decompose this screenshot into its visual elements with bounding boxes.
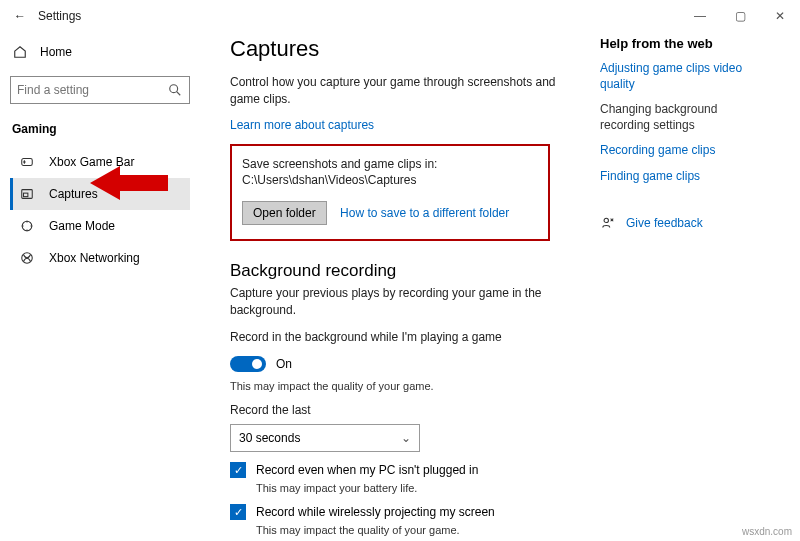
svg-point-0 (170, 85, 178, 93)
page-title: Captures (230, 36, 570, 62)
chevron-down-icon: ⌄ (401, 431, 411, 445)
record-last-value: 30 seconds (239, 431, 300, 445)
different-folder-link[interactable]: How to save to a different folder (340, 206, 509, 220)
checkbox-wireless-project-label: Record while wirelessly projecting my sc… (256, 505, 495, 519)
window-title: Settings (38, 9, 81, 23)
svg-point-9 (604, 218, 608, 222)
window-controls: — ▢ ✕ (680, 0, 800, 32)
svg-rect-6 (24, 193, 28, 197)
cb2-sub: This may impact the quality of your game… (256, 524, 570, 536)
svg-point-7 (22, 221, 32, 231)
bg-recording-heading: Background recording (230, 261, 570, 281)
give-feedback-link[interactable]: Give feedback (600, 215, 770, 231)
feedback-label: Give feedback (626, 216, 703, 230)
bg-recording-sub: Capture your previous plays by recording… (230, 285, 570, 319)
sidebar-item-game-mode[interactable]: Game Mode (10, 210, 190, 242)
search-box[interactable] (10, 76, 190, 104)
bg-toggle-label: Record in the background while I'm playi… (230, 329, 570, 346)
impact-text-1: This may impact the quality of your game… (230, 380, 570, 392)
xbox-icon (19, 250, 35, 266)
watermark: wsxdn.com (742, 526, 792, 537)
sidebar-item-label: Xbox Networking (49, 251, 140, 265)
sidebar-item-captures[interactable]: Captures (10, 178, 190, 210)
sidebar-item-label: Xbox Game Bar (49, 155, 134, 169)
sidebar-item-xbox-networking[interactable]: Xbox Networking (10, 242, 190, 274)
help-link-recording[interactable]: Recording game clips (600, 143, 770, 159)
sidebar: Home Gaming Xbox Game Bar Captures Gam (0, 32, 200, 541)
open-folder-button[interactable]: Open folder (242, 201, 327, 225)
sidebar-item-xbox-game-bar[interactable]: Xbox Game Bar (10, 146, 190, 178)
checkbox-wireless-project[interactable]: ✓ (230, 504, 246, 520)
svg-line-1 (177, 92, 181, 96)
sidebar-item-label: Captures (49, 187, 98, 201)
gamebar-icon (19, 154, 35, 170)
sidebar-item-label: Game Mode (49, 219, 115, 233)
gamemode-icon (19, 218, 35, 234)
learn-more-link[interactable]: Learn more about captures (230, 118, 374, 132)
close-button[interactable]: ✕ (760, 0, 800, 32)
cb1-sub: This may impact your battery life. (256, 482, 570, 494)
home-button[interactable]: Home (10, 38, 190, 66)
home-icon (12, 44, 28, 60)
toggle-state-label: On (276, 357, 292, 371)
captures-icon (19, 186, 35, 202)
back-button[interactable]: ← (10, 9, 30, 23)
main-content: Captures Control how you capture your ga… (230, 36, 570, 521)
search-input[interactable] (17, 83, 167, 97)
checkbox-not-plugged-label: Record even when my PC isn't plugged in (256, 463, 478, 477)
nav-section-header: Gaming (12, 122, 188, 136)
home-label: Home (40, 45, 72, 59)
help-text-bg: Changing background recording settings (600, 102, 770, 133)
help-link-quality[interactable]: Adjusting game clips video quality (600, 61, 770, 92)
search-icon (167, 82, 183, 98)
help-header: Help from the web (600, 36, 770, 51)
checkbox-not-plugged[interactable]: ✓ (230, 462, 246, 478)
record-last-label: Record the last (230, 402, 570, 419)
minimize-button[interactable]: — (680, 0, 720, 32)
record-last-select[interactable]: 30 seconds ⌄ (230, 424, 420, 452)
help-sidebar: Help from the web Adjusting game clips v… (600, 36, 770, 521)
maximize-button[interactable]: ▢ (720, 0, 760, 32)
help-link-finding[interactable]: Finding game clips (600, 169, 770, 185)
intro-text: Control how you capture your game throug… (230, 74, 570, 108)
bg-record-toggle[interactable] (230, 356, 266, 372)
save-path-text: Save screenshots and game clips in: C:\U… (242, 156, 538, 190)
save-location-box: Save screenshots and game clips in: C:\U… (230, 144, 550, 242)
feedback-icon (600, 215, 616, 231)
